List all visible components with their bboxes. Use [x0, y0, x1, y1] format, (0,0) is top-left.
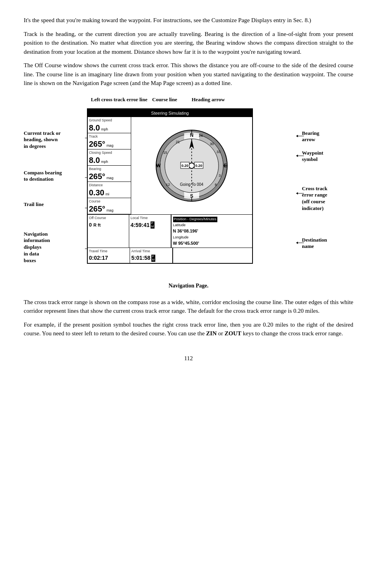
empty-bottom-right [173, 248, 253, 263]
svg-text:30: 30 [209, 142, 213, 146]
distance-value: 0.30 [89, 188, 104, 197]
course-unit: mag [106, 208, 113, 214]
left-cross-track-label: Left cross track error line [91, 96, 147, 104]
closing-speed-value: 8.0 [89, 156, 100, 164]
ground-speed-label: Ground Speed [89, 118, 130, 123]
off-course-label: Off Course [89, 216, 128, 221]
distance-box: Distance 0.30 mi [88, 182, 131, 198]
page-number: 112 [184, 355, 193, 361]
figure-caption: Navigation Page. [168, 282, 208, 290]
paragraph-2: Track is the heading, or the current dir… [24, 30, 353, 57]
bearing-value: 265° [89, 172, 105, 181]
off-course-box: Off Course 0 R ft [88, 215, 129, 248]
svg-text:21: 21 [175, 140, 179, 144]
svg-point-25 [189, 163, 194, 168]
svg-text:12: 12 [166, 183, 170, 187]
svg-text:Going To 004: Going To 004 [180, 182, 204, 187]
longitude-label: Longitude [173, 235, 251, 240]
course-value: 265° [89, 204, 105, 213]
svg-marker-40 [296, 192, 298, 195]
local-time-label: Local Time [130, 216, 169, 221]
latitude-value: N 36°08.196' [173, 228, 251, 234]
ground-speed-unit: mph [101, 127, 108, 132]
nav-header: Steering Simulating [88, 109, 252, 117]
compass-svg: N S E W 30 33 24 21 [153, 127, 230, 204]
longitude-value: W 95°45.500' [173, 240, 251, 247]
svg-marker-36 [296, 135, 298, 137]
ground-speed-box: Ground Speed 8.0 mph [88, 117, 131, 133]
annotation-arrows-left [24, 108, 91, 278]
bearing-box: Bearing 265° mag [88, 166, 131, 182]
travel-time-value: 0:02:17 [89, 254, 128, 262]
figure-area: Left cross track error line Course line … [24, 96, 353, 290]
page-number-area: 112 [24, 354, 353, 363]
svg-marker-42 [296, 242, 298, 244]
local-time-box: Local Time 4:59:41 P M [129, 215, 171, 248]
svg-text:3: 3 [219, 174, 221, 178]
arrival-time-value: 5:01:58 [131, 254, 150, 262]
closing-speed-box: Closing Speed 8.0 mph [88, 149, 131, 166]
svg-text:0.20: 0.20 [195, 164, 202, 168]
nav-body: Ground Speed 8.0 mph Track 265° [88, 117, 252, 214]
course-box: Course 265° mag [88, 198, 131, 214]
right-ann-4: Destination name [302, 237, 327, 250]
right-ann-2: Waypoint symbol [302, 150, 323, 163]
distance-label: Distance [89, 183, 130, 188]
bearing-label: Bearing [89, 166, 130, 172]
svg-text:33: 33 [216, 150, 220, 154]
svg-text:0.20: 0.20 [181, 164, 188, 168]
ground-speed-value: 8.0 [89, 123, 100, 132]
right-ann-1: Bearing arrow [302, 130, 319, 144]
travel-time-label: Travel Time [89, 249, 128, 254]
closing-speed-label: Closing Speed [89, 150, 130, 156]
bottom-panel-2: Travel Time 0:02:17 Arrival Time 5:01:58… [88, 248, 252, 263]
track-unit: mag [106, 143, 113, 149]
nav-screen-container: Steering Simulating Ground Speed 8.0 mph [87, 108, 253, 264]
arrival-time-pm: P M [151, 255, 156, 262]
travel-time-box: Travel Time 0:02:17 [88, 248, 130, 263]
closing-speed-unit: mph [101, 159, 108, 165]
nav-screen: Steering Simulating Ground Speed 8.0 mph [87, 108, 253, 264]
course-label: Course [89, 199, 130, 204]
latitude-label: Latitude [173, 223, 251, 228]
arrival-time-label: Arrival Time [131, 249, 171, 254]
paragraph-3: The Off Course window shows the current … [24, 61, 353, 88]
svg-text:15: 15 [163, 151, 167, 155]
zout-key: ZOUT [224, 330, 241, 337]
track-box: Track 265° mag [88, 133, 131, 149]
zin-key: ZIN [206, 330, 217, 337]
local-time-pm: P M [151, 221, 155, 229]
distance-unit: mi [106, 192, 109, 197]
paragraph-1: It's the speed that you're making toward… [24, 16, 353, 25]
heading-arrow-label: Heading arrow [192, 96, 225, 104]
compass-area: N S E W 30 33 24 21 [131, 117, 252, 214]
off-course-value: 0 [89, 221, 92, 229]
paragraph-4: The cross track error range is shown on … [24, 298, 353, 316]
svg-marker-38 [296, 155, 298, 157]
off-course-suffix: R ft [93, 222, 100, 229]
svg-text:24: 24 [198, 134, 202, 138]
bottom-panel: Off Course 0 R ft Local Time 4:59:41 P M [88, 214, 252, 248]
paragraph-5: For example, if the present position sym… [24, 320, 353, 338]
local-time-value: 4:59:41 [130, 221, 149, 229]
right-ann-3: Cross track error range (off course indi… [302, 185, 327, 212]
course-line-label: Course line [152, 96, 177, 104]
position-header: Position - Degrees/Minutes [173, 217, 217, 222]
nav-left-panel: Ground Speed 8.0 mph Track 265° [88, 117, 131, 214]
svg-text:6: 6 [215, 183, 217, 187]
arrival-time-box: Arrival Time 5:01:58 P M [130, 248, 172, 263]
page-content: It's the speed that you're making toward… [24, 16, 353, 363]
track-value: 265° [89, 140, 105, 148]
track-label: Track [89, 134, 130, 140]
bearing-unit: mag [106, 176, 113, 181]
position-box: Position - Degrees/Minutes Latitude N 36… [171, 215, 253, 248]
